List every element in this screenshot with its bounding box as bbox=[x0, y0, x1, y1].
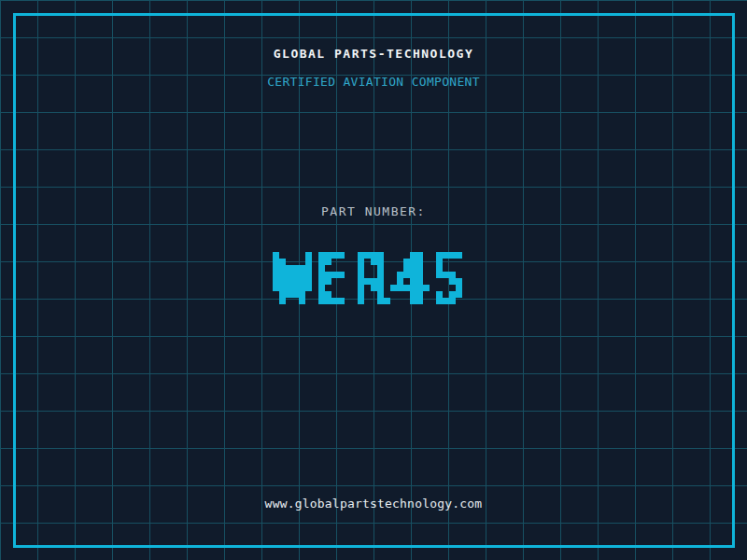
part-number-label: PART NUMBER: bbox=[0, 204, 747, 219]
brand-subtitle: CERTIFIED AVIATION COMPONENT bbox=[0, 75, 747, 90]
part-number-display: WER45 bbox=[0, 239, 747, 324]
brand-title: GLOBAL PARTS-TECHNOLOGY bbox=[0, 47, 747, 62]
website-url: www.globalpartstechnology.com bbox=[0, 497, 747, 511]
part-card-page: GLOBAL PARTS-TECHNOLOGY CERTIFIED AVIATI… bbox=[0, 0, 747, 560]
part-number-pixel-text bbox=[266, 239, 482, 324]
